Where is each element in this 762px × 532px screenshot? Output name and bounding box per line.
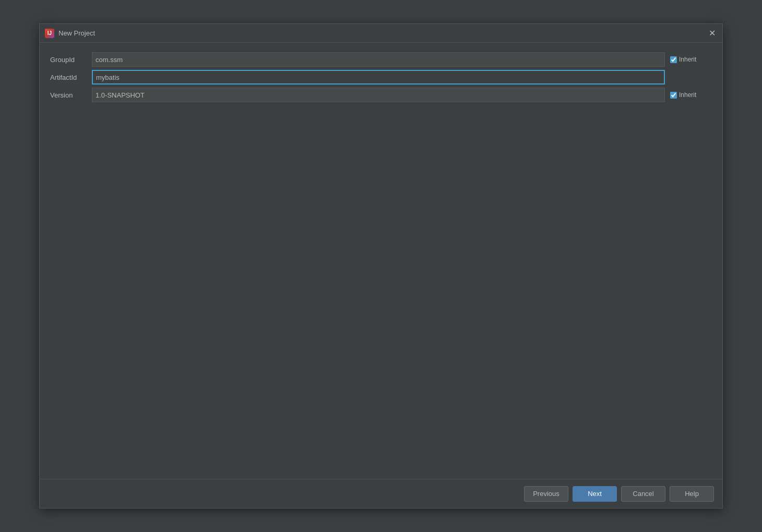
artifact-id-input[interactable]: [92, 70, 665, 84]
previous-button[interactable]: Previous: [524, 486, 568, 502]
version-row: Version Inherit: [50, 87, 712, 103]
content-area: GroupId Inherit ArtifactId Version Inher…: [40, 43, 722, 479]
group-id-inherit-label: Inherit: [679, 56, 696, 63]
cancel-button[interactable]: Cancel: [621, 486, 665, 502]
content-spacer: [50, 104, 712, 470]
footer: Previous Next Cancel Help: [40, 479, 722, 508]
title-bar-left: IJ New Project: [45, 29, 95, 38]
new-project-dialog: IJ New Project ✕ GroupId Inherit Artifac…: [39, 23, 723, 509]
group-id-input[interactable]: [92, 52, 665, 67]
app-icon: IJ: [45, 29, 54, 38]
close-icon: ✕: [709, 29, 716, 38]
close-button[interactable]: ✕: [707, 28, 717, 39]
app-icon-text: IJ: [47, 30, 52, 36]
version-inherit-checkbox[interactable]: [670, 92, 677, 99]
artifact-id-label: ArtifactId: [50, 74, 92, 81]
title-bar: IJ New Project ✕: [40, 24, 722, 43]
group-id-inherit: Inherit: [670, 56, 712, 63]
version-input[interactable]: [92, 88, 665, 102]
next-button[interactable]: Next: [573, 486, 617, 502]
version-label: Version: [50, 91, 92, 99]
help-button[interactable]: Help: [670, 486, 714, 502]
version-inherit-label: Inherit: [679, 91, 696, 99]
version-inherit: Inherit: [670, 91, 712, 99]
group-id-label: GroupId: [50, 56, 92, 64]
group-id-inherit-checkbox[interactable]: [670, 56, 677, 63]
artifact-id-row: ArtifactId: [50, 69, 712, 86]
dialog-title: New Project: [58, 29, 95, 37]
group-id-row: GroupId Inherit: [50, 51, 712, 68]
